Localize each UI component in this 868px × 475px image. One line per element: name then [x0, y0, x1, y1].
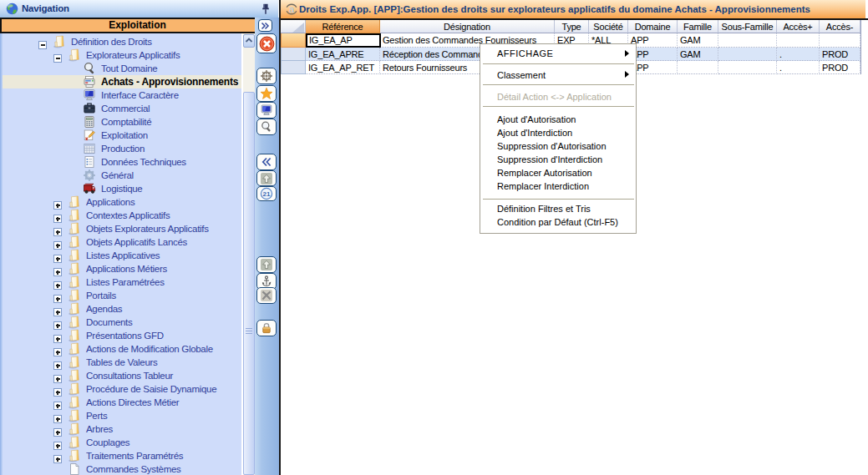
svg-text:21: 21: [263, 190, 271, 198]
svg-text:a: a: [289, 4, 295, 14]
